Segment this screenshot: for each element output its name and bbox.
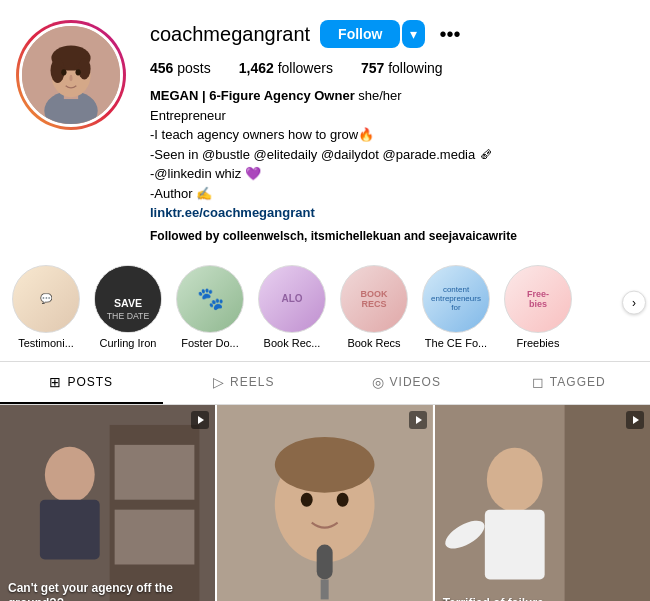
bio-pronoun: she/her — [355, 88, 402, 103]
bio-occupation: Entrepreneur — [150, 106, 634, 126]
svg-point-14 — [45, 446, 95, 502]
bio-line4: -Author ✍️ — [150, 184, 634, 204]
followers-count: 1,462 — [239, 60, 274, 76]
bio-line2: -Seen in @bustle @elitedaily @dailydot @… — [150, 145, 634, 165]
posts-count: 456 — [150, 60, 173, 76]
highlight-label-1: Curling Iron — [100, 337, 157, 349]
post-badge-2 — [626, 411, 644, 433]
post-thumb-0[interactable]: Can't get your agency off the ground?? — [0, 405, 215, 602]
highlight-item-2[interactable]: 🐾Foster Do... — [176, 265, 244, 349]
followers-stat[interactable]: 1,462 followers — [239, 60, 333, 76]
highlight-item-5[interactable]: contententrepreneursforThe CE Fo... — [422, 265, 490, 349]
highlights-next-button[interactable]: › — [622, 290, 646, 314]
svg-point-24 — [337, 492, 349, 506]
svg-rect-15 — [40, 499, 100, 559]
more-options-button[interactable]: ••• — [435, 23, 464, 46]
avatar-ring — [16, 20, 126, 130]
svg-point-25 — [275, 436, 375, 492]
svg-point-8 — [75, 69, 80, 75]
svg-rect-18 — [115, 509, 195, 564]
highlight-circle-2: 🐾 — [176, 265, 244, 333]
followed-by-prefix: Followed by — [150, 229, 223, 243]
profile-info: coachmegangrant Follow ▾ ••• 456 posts 1… — [150, 20, 634, 245]
tab-posts-label: POSTS — [67, 375, 113, 389]
post-thumb-2[interactable]: Terrified of failure — [435, 405, 650, 602]
tab-videos[interactable]: ◎VIDEOS — [325, 362, 488, 404]
highlight-item-4[interactable]: BOOKRECSBook Recs — [340, 265, 408, 349]
bio-line3: -@linkedin whiz 💜 — [150, 164, 634, 184]
tab-reels[interactable]: ▷REELS — [163, 362, 326, 404]
followers-label: followers — [278, 60, 333, 76]
highlight-circle-3: ALO — [258, 265, 326, 333]
bio-line1: -I teach agency owners how to grow🔥 — [150, 125, 634, 145]
highlight-label-2: Foster Do... — [181, 337, 238, 349]
svg-rect-31 — [564, 405, 650, 602]
avatar — [19, 23, 123, 127]
followed-by: Followed by colleenwelsch, itsmichelleku… — [150, 227, 634, 245]
highlight-circle-0: 💬 — [12, 265, 80, 333]
tab-videos-icon: ◎ — [372, 374, 385, 390]
username: coachmegangrant — [150, 23, 310, 46]
highlight-label-6: Freebies — [517, 337, 560, 349]
svg-point-6 — [78, 58, 90, 79]
tabs-row: ⊞POSTS▷REELS◎VIDEOS◻TAGGED — [0, 362, 650, 405]
bio: MEGAN | 6-Figure Agency Owner she/her En… — [150, 86, 634, 245]
highlights-section: 💬Testimoni...SAVETHE DATECurling Iron🐾Fo… — [0, 257, 650, 353]
tab-tagged[interactable]: ◻TAGGED — [488, 362, 651, 404]
following-count: 757 — [361, 60, 384, 76]
highlight-label-5: The CE Fo... — [425, 337, 487, 349]
follow-dropdown-button[interactable]: ▾ — [402, 20, 425, 48]
follow-button[interactable]: Follow — [320, 20, 400, 48]
svg-point-7 — [61, 69, 66, 75]
profile-top-row: coachmegangrant Follow ▾ ••• — [150, 20, 634, 48]
followed-by-users[interactable]: colleenwelsch, itsmichellekuan — [223, 229, 401, 243]
highlight-label-0: Testimoni... — [18, 337, 74, 349]
tab-tagged-label: TAGGED — [550, 375, 606, 389]
bio-name: MEGAN | 6-Figure Agency Owner — [150, 88, 355, 103]
tab-posts[interactable]: ⊞POSTS — [0, 362, 163, 404]
post-overlay-text-0: Can't get your agency off the ground?? — [8, 581, 191, 601]
profile-section: coachmegangrant Follow ▾ ••• 456 posts 1… — [0, 0, 650, 257]
highlight-item-6[interactable]: Free-biesFreebies — [504, 265, 572, 349]
svg-rect-26 — [317, 544, 333, 579]
tab-posts-icon: ⊞ — [49, 374, 62, 390]
highlight-circle-4: BOOKRECS — [340, 265, 408, 333]
tab-tagged-icon: ◻ — [532, 374, 545, 390]
post-overlay-text-2: Terrified of failure — [443, 596, 544, 601]
posts-label: posts — [177, 60, 210, 76]
post-badge-0 — [191, 411, 209, 433]
tab-reels-icon: ▷ — [213, 374, 225, 390]
followed-by-suffix: and seejavaicawrite — [401, 229, 517, 243]
svg-point-23 — [301, 492, 313, 506]
bio-link[interactable]: linktr.ee/coachmegangrant — [150, 205, 315, 220]
post-thumb-1[interactable] — [217, 405, 432, 602]
highlight-label-4: Book Recs — [347, 337, 400, 349]
highlight-item-0[interactable]: 💬Testimoni... — [12, 265, 80, 349]
stats-row: 456 posts 1,462 followers 757 following — [150, 60, 634, 76]
svg-rect-17 — [115, 444, 195, 499]
svg-point-32 — [486, 447, 542, 511]
tab-videos-label: VIDEOS — [390, 375, 441, 389]
following-stat[interactable]: 757 following — [361, 60, 443, 76]
highlight-item-3[interactable]: ALOBook Rec... — [258, 265, 326, 349]
highlight-circle-6: Free-bies — [504, 265, 572, 333]
posts-stat: 456 posts — [150, 60, 211, 76]
highlight-circle-1: SAVETHE DATE — [94, 265, 162, 333]
highlight-label-3: Book Rec... — [264, 337, 321, 349]
highlight-circle-5: contententrepreneursfor — [422, 265, 490, 333]
svg-text:SAVE: SAVE — [114, 296, 142, 308]
svg-rect-33 — [485, 509, 545, 579]
svg-rect-27 — [321, 579, 329, 599]
post-badge-1 — [409, 411, 427, 433]
tab-reels-label: REELS — [230, 375, 274, 389]
posts-grid: Can't get your agency off the ground?? — [0, 405, 650, 602]
svg-text:THE DATE: THE DATE — [107, 311, 150, 321]
following-label: following — [388, 60, 442, 76]
highlight-item-1[interactable]: SAVETHE DATECurling Iron — [94, 265, 162, 349]
